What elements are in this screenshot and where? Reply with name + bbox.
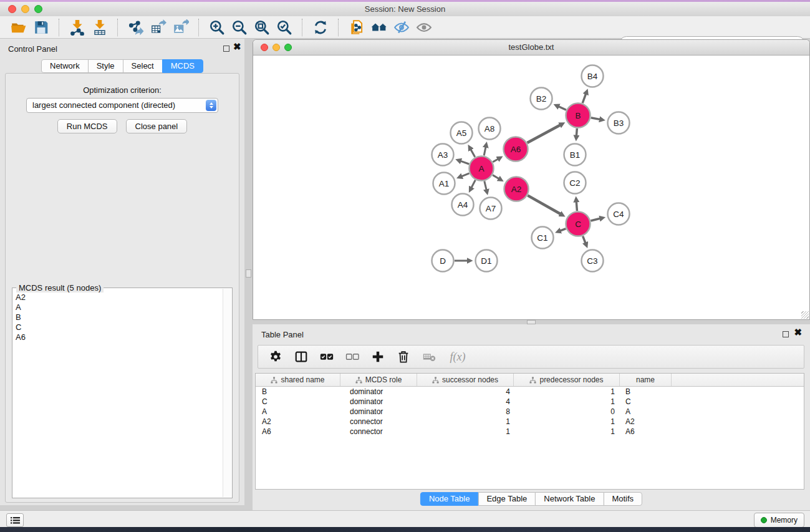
- table-cell[interactable]: 1: [514, 417, 620, 427]
- graph-edge-B-B4[interactable]: [582, 94, 586, 104]
- graph-edge-B-B1[interactable]: [576, 128, 577, 137]
- close-panel-button[interactable]: Close panel: [126, 119, 188, 133]
- save-session-icon[interactable]: [31, 18, 51, 37]
- table-cell[interactable]: B: [620, 387, 672, 397]
- task-history-button[interactable]: [6, 513, 24, 527]
- tab-network[interactable]: Network: [41, 59, 89, 73]
- table-cell[interactable]: C: [256, 397, 340, 407]
- table-cell[interactable]: 0: [514, 407, 620, 417]
- result-item[interactable]: C: [16, 322, 223, 332]
- table-cell[interactable]: 1: [514, 387, 620, 397]
- hide-selected-icon[interactable]: [392, 18, 412, 37]
- add-column-icon[interactable]: [370, 349, 385, 364]
- table-cell[interactable]: A: [256, 407, 340, 417]
- result-item[interactable]: B: [16, 312, 223, 322]
- zoom-out-icon[interactable]: [229, 18, 249, 37]
- graph-edge-A6-B[interactable]: [527, 125, 561, 143]
- table-float-icon[interactable]: [783, 331, 789, 337]
- graph-edge-A-A1[interactable]: [461, 173, 469, 177]
- refresh-icon[interactable]: [311, 18, 330, 37]
- table-cell[interactable]: 4: [417, 387, 514, 397]
- result-item[interactable]: A2: [16, 293, 223, 302]
- graph-edge-A-A4[interactable]: [471, 180, 476, 188]
- graph-edge-A-A7[interactable]: [485, 181, 486, 190]
- graph-edge-A-A6[interactable]: [493, 158, 498, 162]
- tab-node-table[interactable]: Node Table: [420, 492, 479, 506]
- tab-motifs[interactable]: Motifs: [603, 492, 642, 506]
- column-header-MCDS-role[interactable]: MCDS role: [340, 374, 417, 386]
- table-cell[interactable]: dominator: [340, 407, 417, 417]
- zoom-fit-icon[interactable]: [252, 18, 272, 37]
- deselect-all-rows-icon[interactable]: [345, 349, 360, 364]
- table-cell[interactable]: dominator: [340, 397, 417, 407]
- export-network-icon[interactable]: [126, 18, 146, 37]
- show-columns-icon[interactable]: [294, 349, 309, 364]
- show-all-icon[interactable]: [414, 18, 434, 37]
- table-row[interactable]: Cdominator41C: [256, 397, 804, 407]
- network-canvas[interactable]: B4B2BB3A8A5A6A3B1AA1C2A2A4A7C4CC1C3DD1: [253, 56, 809, 319]
- graph-edge-A2-C[interactable]: [528, 195, 561, 214]
- table-cell[interactable]: 1: [417, 427, 514, 437]
- tab-mcds[interactable]: MCDS: [162, 59, 203, 73]
- table-cell[interactable]: A2: [620, 417, 672, 427]
- table-cell[interactable]: connector: [340, 417, 417, 427]
- column-header-shared-name[interactable]: shared name: [256, 374, 340, 386]
- graph-edge-C-C1[interactable]: [560, 229, 566, 231]
- tab-edge-table[interactable]: Edge Table: [478, 492, 536, 506]
- table-cell[interactable]: A6: [256, 427, 340, 437]
- table-close-icon[interactable]: ✖: [794, 327, 802, 338]
- graph-edge-B-B2[interactable]: [558, 106, 566, 110]
- table-cell[interactable]: 4: [417, 397, 514, 407]
- graph-edge-A-A3[interactable]: [460, 161, 469, 164]
- graph-edge-A-A5[interactable]: [470, 149, 475, 157]
- table-row[interactable]: A2connector11A2: [256, 417, 804, 427]
- graph-edge-C-C4[interactable]: [591, 218, 600, 221]
- table-cell[interactable]: 1: [514, 397, 620, 407]
- column-header-predecessor-nodes[interactable]: predecessor nodes: [514, 374, 620, 386]
- column-header-name[interactable]: name: [620, 374, 672, 386]
- column-header-successor-nodes[interactable]: successor nodes: [417, 374, 514, 386]
- table-cell[interactable]: A6: [620, 427, 672, 437]
- first-neighbors-icon[interactable]: [369, 18, 389, 37]
- result-item[interactable]: A6: [16, 332, 223, 342]
- graph-edge-A-A8[interactable]: [484, 147, 486, 156]
- export-image-icon[interactable]: [171, 18, 191, 37]
- table-cell[interactable]: A2: [256, 417, 340, 427]
- result-scrollbar[interactable]: [223, 289, 231, 497]
- table-row[interactable]: Bdominator41B: [256, 387, 804, 397]
- table-cell[interactable]: B: [256, 387, 340, 397]
- table-cell[interactable]: connector: [340, 427, 417, 437]
- memory-button[interactable]: Memory: [754, 513, 804, 528]
- tab-select[interactable]: Select: [123, 59, 163, 73]
- table-cell[interactable]: A: [620, 407, 672, 417]
- graph-edge-A-A2[interactable]: [493, 175, 499, 179]
- close-panel-icon[interactable]: ✖: [233, 41, 241, 52]
- table-cell[interactable]: dominator: [340, 387, 417, 397]
- clone-network-icon[interactable]: [347, 18, 367, 37]
- import-network-icon[interactable]: [67, 18, 87, 37]
- table-cell[interactable]: 1: [417, 417, 514, 427]
- graph-edge-C-C2[interactable]: [576, 201, 577, 211]
- run-mcds-button[interactable]: Run MCDS: [57, 119, 117, 133]
- table-cell[interactable]: 1: [514, 427, 620, 437]
- tab-style[interactable]: Style: [88, 59, 123, 73]
- table-row[interactable]: A6connector11A6: [256, 427, 804, 437]
- optimization-criterion-select[interactable]: largest connected component (directed): [26, 98, 218, 113]
- tab-network-table[interactable]: Network Table: [535, 492, 604, 506]
- table-row[interactable]: Adominator80A: [256, 407, 804, 417]
- float-panel-icon[interactable]: [223, 46, 229, 52]
- result-item[interactable]: A: [16, 302, 223, 312]
- table-cell[interactable]: 8: [417, 407, 514, 417]
- delete-columns-icon[interactable]: [396, 349, 411, 364]
- graph-edge-B-B3[interactable]: [591, 118, 600, 120]
- zoom-in-icon[interactable]: [207, 18, 227, 37]
- export-table-icon[interactable]: [148, 18, 168, 37]
- horizontal-divider-grip[interactable]: [527, 320, 536, 324]
- zoom-selected-icon[interactable]: [274, 18, 294, 37]
- table-cell[interactable]: C: [620, 397, 672, 407]
- open-file-icon[interactable]: [9, 18, 29, 37]
- vertical-divider-grip[interactable]: [246, 269, 251, 278]
- table-settings-icon[interactable]: [268, 349, 283, 364]
- select-all-rows-icon[interactable]: [319, 349, 334, 364]
- import-table-icon[interactable]: [90, 18, 110, 37]
